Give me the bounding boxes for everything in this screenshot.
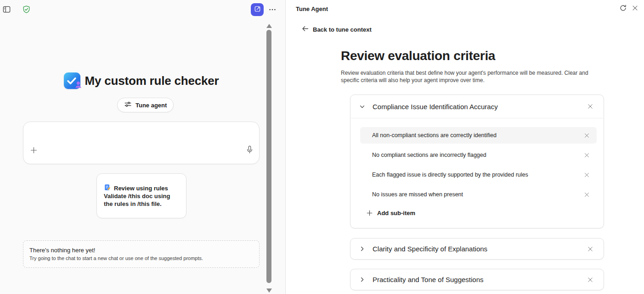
agent-title: My custom rule checker xyxy=(85,74,219,88)
tune-agent-button[interactable]: Tune agent xyxy=(117,98,174,112)
security-status-button[interactable] xyxy=(20,4,33,17)
criteria-card: Compliance Issue Identification Accuracy… xyxy=(350,94,604,228)
attach-button[interactable] xyxy=(27,144,40,157)
close-icon xyxy=(587,277,593,283)
sub-item-text: All non-compliant sections are correctly… xyxy=(372,132,581,139)
add-sub-item-button[interactable]: Add sub-item xyxy=(365,209,416,217)
sub-item-row[interactable]: All non-compliant sections are correctly… xyxy=(360,127,597,144)
close-icon xyxy=(584,192,590,198)
criteria-card: Practicality and Tone of Suggestions xyxy=(350,269,604,290)
agent-avatar xyxy=(64,72,80,89)
suggested-prompt-title: Review using rules xyxy=(114,185,168,192)
panel-title: Tune Agent xyxy=(296,6,328,12)
page-title: Review evaluation criteria xyxy=(341,49,495,63)
remove-sub-item-button[interactable] xyxy=(581,189,592,200)
chevron-right-icon xyxy=(359,277,365,283)
scroll-down-arrow[interactable] xyxy=(266,288,272,293)
chevron-right-icon xyxy=(359,246,365,252)
refresh-button[interactable] xyxy=(616,2,629,15)
suggested-prompt-card[interactable]: Review using rules Validate /this doc us… xyxy=(96,173,186,218)
app-window: My custom rule checker Tune agent xyxy=(0,0,644,294)
sub-item-text: No issues are missed when present xyxy=(372,191,581,198)
memo-icon xyxy=(104,184,111,192)
close-icon xyxy=(632,5,638,13)
close-panel-button[interactable] xyxy=(628,2,641,15)
empty-state-subtitle: Try going to the chat to start a new cha… xyxy=(29,255,253,261)
remove-criteria-button[interactable] xyxy=(584,243,596,255)
close-icon xyxy=(584,133,590,139)
scroll-up-arrow[interactable] xyxy=(266,24,272,28)
agent-header: My custom rule checker xyxy=(0,72,282,89)
empty-state-banner: There's nothing here yet! Try going to t… xyxy=(23,240,260,268)
sub-item-row[interactable]: No issues are missed when present xyxy=(360,186,597,203)
sub-item-text: No compliant sections are incorrectly fl… xyxy=(372,152,581,158)
new-chat-button[interactable] xyxy=(251,3,264,16)
close-icon xyxy=(587,103,593,110)
close-icon xyxy=(584,172,590,178)
back-arrow-icon xyxy=(301,25,309,34)
plus-icon xyxy=(366,210,373,216)
plus-icon xyxy=(30,146,38,155)
chevron-down-icon xyxy=(359,104,365,110)
back-to-tune-context-link[interactable]: Back to tune context xyxy=(299,23,373,36)
sliders-icon xyxy=(124,100,132,110)
sub-item-text: Each flagged issue is directly supported… xyxy=(372,172,581,178)
criteria-header-toggle[interactable]: Clarity and Specificity of Explanations xyxy=(350,239,604,259)
sidebar-toggle-icon xyxy=(2,5,11,15)
sidebar-toggle-button[interactable] xyxy=(0,4,13,17)
more-options-button[interactable] xyxy=(266,4,279,17)
add-sub-item-label: Add sub-item xyxy=(377,210,415,216)
chat-input[interactable] xyxy=(23,122,260,164)
close-icon xyxy=(587,246,593,252)
tune-agent-panel: Tune Agent Back to tune co xyxy=(286,0,644,294)
remove-criteria-button[interactable] xyxy=(584,274,596,286)
sub-item-row[interactable]: No compliant sections are incorrectly fl… xyxy=(360,147,597,163)
empty-state-title: There's nothing here yet! xyxy=(29,247,253,254)
microphone-button[interactable] xyxy=(243,144,256,157)
microphone-icon xyxy=(246,145,253,155)
page-description: Review evaluation criteria that best def… xyxy=(341,69,589,84)
criteria-header-toggle[interactable]: Practicality and Tone of Suggestions xyxy=(350,269,604,290)
back-link-label: Back to tune context xyxy=(313,26,372,33)
criteria-sub-items: All non-compliant sections are correctly… xyxy=(350,118,604,217)
remove-sub-item-button[interactable] xyxy=(581,169,592,180)
criteria-card: Clarity and Specificity of Explanations xyxy=(350,238,604,260)
criteria-title: Clarity and Specificity of Explanations xyxy=(373,245,584,253)
close-icon xyxy=(584,152,590,158)
chat-scrollbar xyxy=(266,20,272,294)
person-icon xyxy=(74,81,82,90)
remove-sub-item-button[interactable] xyxy=(581,150,592,161)
remove-sub-item-button[interactable] xyxy=(581,130,592,141)
scrollbar-thumb[interactable] xyxy=(266,30,271,283)
ellipsis-icon xyxy=(268,6,277,15)
suggested-prompt-body: Validate /this doc using the rules in /t… xyxy=(104,193,170,207)
sub-item-row[interactable]: Each flagged issue is directly supported… xyxy=(360,166,597,183)
remove-criteria-button[interactable] xyxy=(584,100,596,112)
criteria-header-toggle[interactable]: Compliance Issue Identification Accuracy xyxy=(350,95,604,118)
compose-icon xyxy=(254,6,261,14)
tune-agent-label: Tune agent xyxy=(136,102,167,109)
criteria-title: Compliance Issue Identification Accuracy xyxy=(373,103,584,111)
criteria-title: Practicality and Tone of Suggestions xyxy=(373,276,584,283)
chat-panel: My custom rule checker Tune agent xyxy=(0,0,286,294)
shield-check-icon xyxy=(22,5,31,15)
refresh-icon xyxy=(619,4,627,13)
